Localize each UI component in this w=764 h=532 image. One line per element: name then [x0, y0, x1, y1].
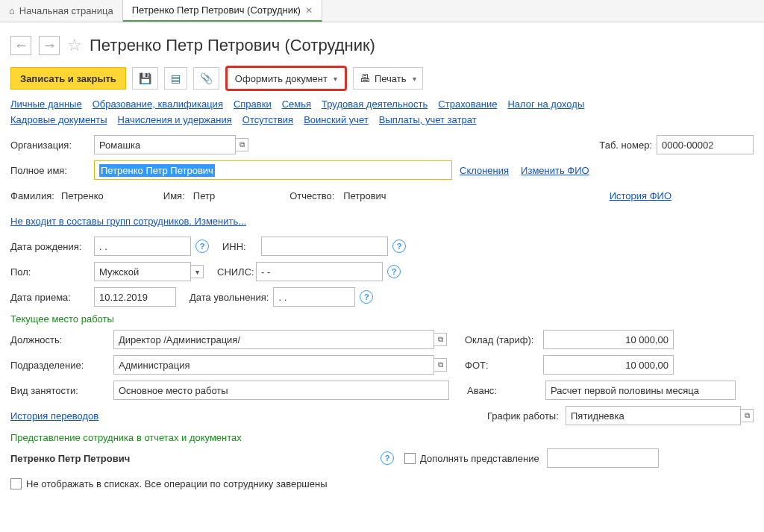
lbl-add-repr: Дополнять представление	[420, 453, 539, 464]
link-change-fio[interactable]: Изменить ФИО	[521, 165, 589, 176]
list-button[interactable]: ▤	[164, 67, 187, 90]
help-icon[interactable]: ?	[387, 265, 401, 278]
home-icon: ⌂	[9, 5, 15, 16]
lbl-employment: Вид занятости:	[10, 385, 113, 396]
input-tabnum[interactable]: 0000-00002	[657, 135, 754, 154]
checkbox-add-repr[interactable]	[404, 453, 416, 464]
nav-taxes[interactable]: Налог на доходы	[507, 98, 584, 110]
nav-military[interactable]: Воинский учет	[304, 114, 369, 125]
attach-icon: 📎	[200, 72, 213, 84]
link-declensions[interactable]: Склонения	[460, 165, 509, 176]
nav-personal[interactable]: Личные данные	[10, 98, 82, 110]
lbl-inn: ИНН:	[222, 241, 261, 252]
favorite-icon[interactable]: ☆	[67, 36, 82, 55]
input-hiredate[interactable]: 10.12.2019	[94, 287, 176, 307]
tab-bar: ⌂ Начальная страница Петренко Петр Петро…	[0, 0, 764, 22]
tab-home-label: Начальная страница	[19, 5, 113, 16]
input-fot[interactable]: 10 000,00	[543, 355, 674, 375]
close-icon[interactable]: ✕	[305, 5, 313, 16]
lbl-tabnum: Таб. номер:	[599, 140, 652, 151]
nav-forward[interactable]: 🡒	[39, 36, 60, 55]
input-position[interactable]: Директор /Администрация/	[113, 330, 434, 349]
help-icon[interactable]: ?	[360, 290, 373, 304]
section-representation: Представление сотрудника в отчетах и док…	[10, 432, 754, 443]
lbl-salary: Оклад (тариф):	[465, 334, 543, 345]
val-surname: Петренко	[61, 190, 104, 201]
open-position[interactable]: ⧉	[433, 333, 447, 346]
open-department[interactable]: ⧉	[433, 358, 447, 372]
input-fullname[interactable]: Петренко Петр Петрович	[94, 160, 452, 180]
list-icon: ▤	[171, 72, 181, 84]
lbl-fot: ФОТ:	[465, 360, 543, 371]
lbl-surname: Фамилия:	[10, 190, 61, 201]
save-button[interactable]: 💾	[132, 67, 158, 90]
open-schedule[interactable]: ⧉	[740, 409, 754, 422]
toolbar: Записать и закрыть 💾 ▤ 📎 Оформить докуме…	[10, 66, 754, 91]
input-sex[interactable]: Мужской	[94, 262, 191, 281]
lbl-dob: Дата рождения:	[10, 241, 94, 252]
lbl-hide: Не отображать в списках. Все операции по…	[26, 478, 328, 489]
input-inn[interactable]	[261, 237, 388, 256]
nav-references[interactable]: Справки	[234, 98, 272, 110]
nav-education[interactable]: Образование, квалификация	[93, 98, 223, 110]
printer-icon: 🖶	[360, 72, 370, 84]
input-firedate[interactable]: . .	[273, 287, 355, 307]
tab-home[interactable]: ⌂ Начальная страница	[0, 0, 123, 22]
lbl-firedate: Дата увольнения:	[190, 292, 269, 303]
lbl-schedule: График работы:	[487, 410, 566, 422]
lbl-advance: Аванс:	[467, 385, 545, 396]
nav-back[interactable]: 🡐	[10, 36, 31, 55]
save-icon: 💾	[139, 72, 151, 84]
lbl-department: Подразделение:	[10, 360, 113, 371]
lbl-hiredate: Дата приема:	[10, 292, 94, 303]
checkbox-hide[interactable]	[10, 478, 22, 489]
lbl-name: Имя:	[163, 190, 193, 201]
save-close-button[interactable]: Записать и закрыть	[10, 67, 126, 90]
nav-labor[interactable]: Трудовая деятельность	[322, 98, 428, 110]
chevron-down-icon: ▾	[334, 75, 337, 83]
val-patronymic: Петрович	[343, 190, 386, 201]
input-add-repr[interactable]	[547, 448, 659, 468]
input-snils[interactable]: - -	[256, 262, 383, 281]
input-schedule[interactable]: Пятидневка	[566, 406, 741, 425]
nav-accruals[interactable]: Начисления и удержания	[118, 114, 232, 125]
nav-hrdocs[interactable]: Кадровые документы	[10, 114, 107, 125]
input-salary[interactable]: 10 000,00	[543, 330, 674, 349]
nav-family[interactable]: Семья	[282, 98, 311, 110]
lbl-fullname: Полное имя:	[10, 165, 94, 176]
help-icon[interactable]: ?	[392, 240, 406, 253]
lbl-snils: СНИЛС:	[217, 266, 256, 278]
open-org[interactable]: ⧉	[235, 138, 248, 151]
page-title: Петренко Петр Петрович (Сотрудник)	[90, 36, 375, 55]
val-name: Петр	[193, 190, 215, 201]
link-groups[interactable]: Не входит в составы групп сотрудников. И…	[10, 216, 246, 227]
input-employment[interactable]: Основное место работы	[113, 381, 449, 400]
tab-current-label: Петренко Петр Петрович (Сотрудник)	[132, 4, 301, 16]
link-history-fio[interactable]: История ФИО	[610, 190, 671, 201]
lbl-org: Организация:	[10, 140, 94, 151]
print-button[interactable]: 🖶 Печать ▾	[353, 67, 423, 90]
dropdown-sex[interactable]: ▾	[190, 265, 204, 278]
nav-payments[interactable]: Выплаты, учет затрат	[379, 114, 477, 125]
create-document-button[interactable]: Оформить документ ▾	[225, 66, 347, 91]
lbl-position: Должность:	[10, 334, 113, 345]
help-icon[interactable]: ?	[195, 240, 209, 253]
input-advance[interactable]: Расчет первой половины месяца	[545, 381, 736, 400]
lbl-sex: Пол:	[10, 266, 94, 278]
input-dob[interactable]: . .	[94, 237, 191, 256]
tab-current[interactable]: Петренко Петр Петрович (Сотрудник) ✕	[123, 0, 322, 22]
section-workplace: Текущее место работы	[10, 313, 754, 325]
input-department[interactable]: Администрация	[113, 355, 434, 375]
help-icon[interactable]: ?	[381, 451, 394, 465]
lbl-patronymic: Отчество:	[289, 190, 343, 201]
link-history-transfers[interactable]: История переводов	[10, 410, 98, 422]
nav-absences[interactable]: Отсутствия	[242, 114, 293, 125]
chevron-down-icon: ▾	[413, 75, 416, 83]
nav-insurance[interactable]: Страхование	[438, 98, 497, 110]
attach-button[interactable]: 📎	[193, 67, 219, 90]
input-org[interactable]: Ромашка	[94, 135, 236, 154]
val-repr-name: Петренко Петр Петрович	[10, 453, 376, 464]
